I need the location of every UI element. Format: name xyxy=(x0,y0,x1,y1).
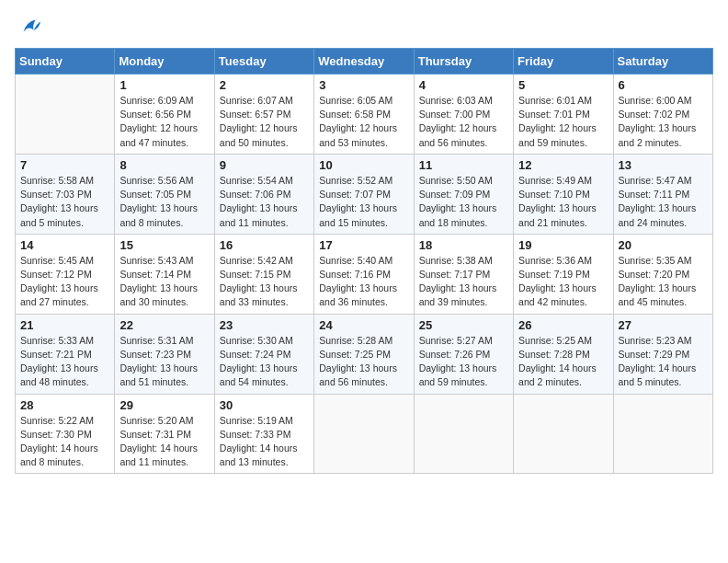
header-monday: Monday xyxy=(115,49,214,75)
day-info: Sunrise: 5:20 AMSunset: 7:31 PMDaylight:… xyxy=(119,414,209,470)
day-info: Sunrise: 5:45 AMSunset: 7:12 PMDaylight:… xyxy=(20,254,109,310)
day-info: Sunrise: 6:05 AMSunset: 6:58 PMDaylight:… xyxy=(319,94,408,150)
calendar-cell: 8Sunrise: 5:56 AMSunset: 7:05 PMDaylight… xyxy=(115,154,214,234)
calendar-cell: 21Sunrise: 5:33 AMSunset: 7:21 PMDayligh… xyxy=(16,314,115,394)
day-number: 12 xyxy=(518,158,608,172)
logo-bird-icon xyxy=(17,15,42,40)
header-thursday: Thursday xyxy=(414,49,513,75)
day-info: Sunrise: 5:56 AMSunset: 7:05 PMDaylight:… xyxy=(119,174,209,230)
day-number: 9 xyxy=(220,158,309,172)
day-info: Sunrise: 5:25 AMSunset: 7:28 PMDaylight:… xyxy=(518,334,608,390)
calendar-cell: 29Sunrise: 5:20 AMSunset: 7:31 PMDayligh… xyxy=(115,394,214,474)
calendar-cell: 30Sunrise: 5:19 AMSunset: 7:33 PMDayligh… xyxy=(214,394,313,474)
calendar-cell xyxy=(613,394,712,474)
day-number: 23 xyxy=(220,318,309,332)
day-info: Sunrise: 5:42 AMSunset: 7:15 PMDaylight:… xyxy=(220,254,309,310)
day-info: Sunrise: 5:54 AMSunset: 7:06 PMDaylight:… xyxy=(220,174,309,230)
calendar-cell: 27Sunrise: 5:23 AMSunset: 7:29 PMDayligh… xyxy=(613,314,712,394)
day-number: 25 xyxy=(419,318,508,332)
day-number: 26 xyxy=(518,318,608,332)
calendar-cell xyxy=(514,394,613,474)
day-info: Sunrise: 5:19 AMSunset: 7:33 PMDaylight:… xyxy=(220,414,309,470)
calendar-cell: 5Sunrise: 6:01 AMSunset: 7:01 PMDaylight… xyxy=(514,75,613,155)
calendar-cell: 17Sunrise: 5:40 AMSunset: 7:16 PMDayligh… xyxy=(314,234,414,314)
day-info: Sunrise: 6:09 AMSunset: 6:56 PMDaylight:… xyxy=(119,94,209,150)
day-number: 7 xyxy=(20,158,109,172)
day-info: Sunrise: 5:43 AMSunset: 7:14 PMDaylight:… xyxy=(119,254,209,310)
day-number: 3 xyxy=(319,78,408,92)
header-friday: Friday xyxy=(514,49,613,75)
day-info: Sunrise: 5:30 AMSunset: 7:24 PMDaylight:… xyxy=(220,334,309,390)
header-tuesday: Tuesday xyxy=(214,49,313,75)
calendar-cell: 3Sunrise: 6:05 AMSunset: 6:58 PMDaylight… xyxy=(314,75,414,155)
day-info: Sunrise: 5:47 AMSunset: 7:11 PMDaylight:… xyxy=(619,174,708,230)
day-info: Sunrise: 5:38 AMSunset: 7:17 PMDaylight:… xyxy=(419,254,508,310)
day-number: 29 xyxy=(119,398,209,412)
day-info: Sunrise: 6:00 AMSunset: 7:02 PMDaylight:… xyxy=(619,94,708,150)
day-number: 22 xyxy=(119,318,209,332)
calendar-cell: 7Sunrise: 5:58 AMSunset: 7:03 PMDaylight… xyxy=(16,154,115,234)
header-sunday: Sunday xyxy=(16,49,115,75)
day-info: Sunrise: 5:28 AMSunset: 7:25 PMDaylight:… xyxy=(319,334,408,390)
calendar-cell: 26Sunrise: 5:25 AMSunset: 7:28 PMDayligh… xyxy=(514,314,613,394)
day-info: Sunrise: 5:58 AMSunset: 7:03 PMDaylight:… xyxy=(20,174,109,230)
day-info: Sunrise: 5:49 AMSunset: 7:10 PMDaylight:… xyxy=(518,174,608,230)
day-info: Sunrise: 5:31 AMSunset: 7:23 PMDaylight:… xyxy=(119,334,209,390)
day-info: Sunrise: 6:07 AMSunset: 6:57 PMDaylight:… xyxy=(220,94,309,150)
calendar-cell: 6Sunrise: 6:00 AMSunset: 7:02 PMDaylight… xyxy=(613,75,712,155)
calendar-week-row: 21Sunrise: 5:33 AMSunset: 7:21 PMDayligh… xyxy=(16,314,713,394)
day-number: 1 xyxy=(119,78,209,92)
calendar-cell: 23Sunrise: 5:30 AMSunset: 7:24 PMDayligh… xyxy=(214,314,313,394)
day-info: Sunrise: 6:03 AMSunset: 7:00 PMDaylight:… xyxy=(419,94,508,150)
day-info: Sunrise: 5:35 AMSunset: 7:20 PMDaylight:… xyxy=(619,254,708,310)
day-number: 18 xyxy=(419,238,508,252)
calendar-week-row: 1Sunrise: 6:09 AMSunset: 6:56 PMDaylight… xyxy=(16,75,713,155)
calendar-cell xyxy=(314,394,414,474)
calendar-cell: 11Sunrise: 5:50 AMSunset: 7:09 PMDayligh… xyxy=(414,154,513,234)
calendar-week-row: 7Sunrise: 5:58 AMSunset: 7:03 PMDaylight… xyxy=(16,154,713,234)
day-info: Sunrise: 5:40 AMSunset: 7:16 PMDaylight:… xyxy=(319,254,408,310)
day-number: 2 xyxy=(220,78,309,92)
day-number: 14 xyxy=(20,238,109,252)
day-number: 8 xyxy=(119,158,209,172)
day-info: Sunrise: 5:27 AMSunset: 7:26 PMDaylight:… xyxy=(419,334,508,390)
calendar-cell: 10Sunrise: 5:52 AMSunset: 7:07 PMDayligh… xyxy=(314,154,414,234)
calendar-cell: 25Sunrise: 5:27 AMSunset: 7:26 PMDayligh… xyxy=(414,314,513,394)
day-number: 6 xyxy=(619,78,708,92)
calendar-table: SundayMondayTuesdayWednesdayThursdayFrid… xyxy=(15,48,713,474)
calendar-week-row: 14Sunrise: 5:45 AMSunset: 7:12 PMDayligh… xyxy=(16,234,713,314)
calendar-cell: 2Sunrise: 6:07 AMSunset: 6:57 PMDaylight… xyxy=(214,75,313,155)
day-info: Sunrise: 5:22 AMSunset: 7:30 PMDaylight:… xyxy=(20,414,109,470)
day-number: 4 xyxy=(419,78,508,92)
calendar-cell: 20Sunrise: 5:35 AMSunset: 7:20 PMDayligh… xyxy=(613,234,712,314)
calendar-cell: 24Sunrise: 5:28 AMSunset: 7:25 PMDayligh… xyxy=(314,314,414,394)
day-info: Sunrise: 5:52 AMSunset: 7:07 PMDaylight:… xyxy=(319,174,408,230)
calendar-cell: 19Sunrise: 5:36 AMSunset: 7:19 PMDayligh… xyxy=(514,234,613,314)
day-info: Sunrise: 5:50 AMSunset: 7:09 PMDaylight:… xyxy=(419,174,508,230)
calendar-cell: 13Sunrise: 5:47 AMSunset: 7:11 PMDayligh… xyxy=(613,154,712,234)
day-info: Sunrise: 6:01 AMSunset: 7:01 PMDaylight:… xyxy=(518,94,608,150)
calendar-cell: 1Sunrise: 6:09 AMSunset: 6:56 PMDaylight… xyxy=(115,75,214,155)
day-number: 21 xyxy=(20,318,109,332)
day-number: 13 xyxy=(619,158,708,172)
day-number: 19 xyxy=(518,238,608,252)
day-number: 28 xyxy=(20,398,109,412)
day-info: Sunrise: 5:23 AMSunset: 7:29 PMDaylight:… xyxy=(619,334,708,390)
calendar-cell: 4Sunrise: 6:03 AMSunset: 7:00 PMDaylight… xyxy=(414,75,513,155)
day-number: 11 xyxy=(419,158,508,172)
header-wednesday: Wednesday xyxy=(314,49,414,75)
page-header xyxy=(15,15,713,40)
calendar-cell: 9Sunrise: 5:54 AMSunset: 7:06 PMDaylight… xyxy=(214,154,313,234)
calendar-cell: 18Sunrise: 5:38 AMSunset: 7:17 PMDayligh… xyxy=(414,234,513,314)
day-number: 15 xyxy=(119,238,209,252)
day-number: 17 xyxy=(319,238,408,252)
calendar-cell: 14Sunrise: 5:45 AMSunset: 7:12 PMDayligh… xyxy=(16,234,115,314)
day-number: 10 xyxy=(319,158,408,172)
calendar-cell: 22Sunrise: 5:31 AMSunset: 7:23 PMDayligh… xyxy=(115,314,214,394)
calendar-cell: 16Sunrise: 5:42 AMSunset: 7:15 PMDayligh… xyxy=(214,234,313,314)
day-number: 16 xyxy=(220,238,309,252)
day-number: 5 xyxy=(518,78,608,92)
calendar-cell xyxy=(16,75,115,155)
day-info: Sunrise: 5:33 AMSunset: 7:21 PMDaylight:… xyxy=(20,334,109,390)
calendar-cell: 15Sunrise: 5:43 AMSunset: 7:14 PMDayligh… xyxy=(115,234,214,314)
